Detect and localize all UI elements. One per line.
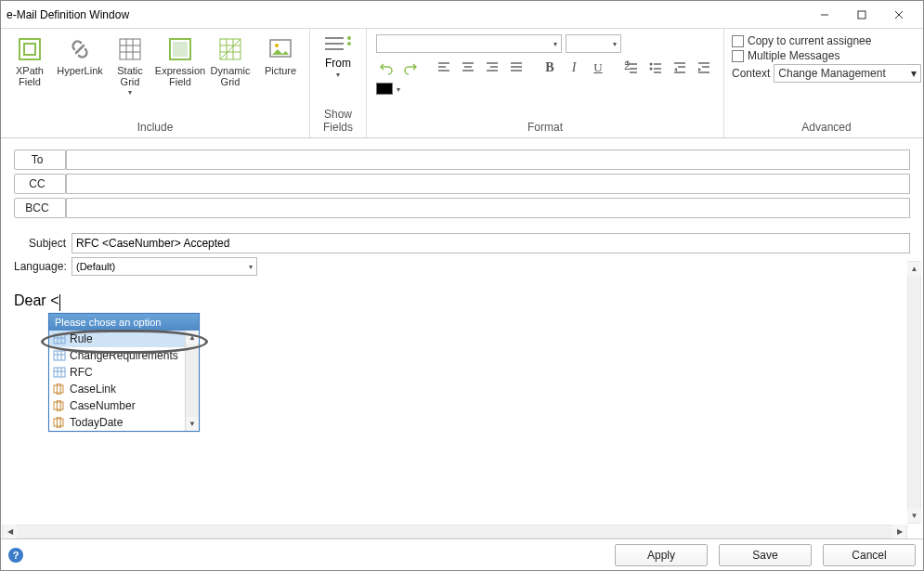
svg-rect-61	[54, 368, 65, 377]
popup-item[interactable]: RFC	[49, 364, 199, 381]
language-combo[interactable]: (Default)▾	[72, 257, 257, 276]
svg-rect-6	[120, 39, 140, 59]
align-justify-button[interactable]	[506, 58, 527, 78]
svg-text:2: 2	[624, 60, 631, 72]
cc-input[interactable]	[66, 174, 910, 194]
context-label: Context	[732, 67, 770, 80]
popup-item[interactable]: []CaseLink	[49, 381, 199, 397]
bcc-input[interactable]	[66, 198, 910, 218]
popup-item-label: TodayDate	[70, 416, 123, 429]
scroll-down-icon[interactable]: ▼	[186, 417, 200, 431]
font-size-combo[interactable]: ▾	[566, 34, 621, 53]
autocomplete-popup: Please chose an option RuleChangeRequire…	[48, 313, 200, 432]
close-button[interactable]	[880, 2, 917, 28]
format-group-label: Format	[367, 119, 723, 137]
cc-button[interactable]: CC	[14, 174, 66, 194]
redo-button[interactable]	[400, 58, 421, 78]
popup-item[interactable]: Rule	[49, 331, 199, 347]
bold-button[interactable]: B	[540, 58, 560, 78]
chevron-down-icon: ▾	[249, 263, 253, 271]
svg-point-42	[650, 63, 653, 66]
copy-to-assignee-checkbox[interactable]: Copy to current assignee	[732, 34, 921, 47]
bullet-list-button[interactable]	[645, 58, 666, 78]
svg-point-24	[347, 42, 351, 45]
grid-icon	[53, 350, 66, 361]
chevron-down-icon: ▾	[128, 88, 132, 97]
include-group-label: Include	[1, 119, 309, 137]
bcc-button[interactable]: BCC	[14, 198, 66, 218]
svg-text:[]: []	[56, 400, 62, 411]
multiple-messages-checkbox[interactable]: Multiple Messages	[732, 49, 921, 62]
svg-rect-1	[858, 11, 865, 19]
align-center-button[interactable]	[458, 58, 478, 78]
grid-icon	[53, 367, 66, 378]
scroll-up-icon[interactable]: ▲	[186, 331, 200, 344]
underline-button[interactable]: U	[588, 58, 608, 78]
chevron-down-icon[interactable]: ▾	[397, 85, 400, 94]
subject-input[interactable]	[72, 233, 910, 253]
xpath-field-button[interactable]: XPath Field	[5, 32, 55, 89]
subject-label: Subject	[14, 237, 72, 250]
apply-button[interactable]: Apply	[615, 544, 708, 566]
svg-rect-53	[54, 334, 65, 344]
horizontal-scrollbar[interactable]: ◀ ▶	[2, 525, 907, 539]
expression-field-button[interactable]: Expression Field	[155, 32, 205, 89]
text-cursor	[59, 294, 60, 311]
tag-icon: []	[53, 417, 66, 428]
svg-text:[]: []	[56, 417, 62, 428]
from-button[interactable]: From ▾	[314, 32, 362, 81]
email-body-editor[interactable]: Dear < Please chose an option RuleChange…	[1, 287, 923, 317]
svg-point-43	[650, 68, 653, 71]
popup-header: Please chose an option	[49, 314, 199, 331]
numbered-list-button[interactable]: 12	[621, 58, 642, 78]
popup-scrollbar[interactable]: ▲▼	[185, 331, 199, 431]
context-combo[interactable]: Change Management▾	[774, 64, 921, 83]
vertical-scrollbar[interactable]: ▲ ▼	[907, 261, 921, 524]
scroll-down-icon[interactable]: ▼	[907, 509, 921, 523]
chevron-down-icon: ▾	[553, 40, 557, 48]
svg-point-19	[275, 44, 279, 47]
to-button[interactable]: To	[14, 149, 66, 170]
window-title: e-Mail Definition Window	[7, 8, 806, 21]
align-left-button[interactable]	[434, 58, 454, 78]
svg-rect-12	[173, 42, 188, 57]
hyperlink-button[interactable]: HyperLink	[55, 32, 105, 78]
chevron-down-icon: ▾	[336, 71, 340, 79]
svg-point-23	[347, 36, 351, 40]
popup-item[interactable]: []CaseNumber	[49, 397, 199, 414]
popup-item[interactable]: []TodayDate	[49, 414, 199, 431]
cancel-button[interactable]: Cancel	[823, 544, 916, 566]
font-combo[interactable]: ▾	[376, 34, 562, 53]
maximize-button[interactable]	[843, 2, 880, 28]
indent-button[interactable]	[694, 58, 714, 78]
popup-item-label: RFC	[70, 366, 93, 379]
scroll-right-icon[interactable]: ▶	[892, 525, 906, 539]
align-right-button[interactable]	[482, 58, 502, 78]
dynamic-grid-button[interactable]: Dynamic Grid	[205, 32, 255, 89]
undo-button[interactable]	[376, 58, 397, 78]
minimize-button[interactable]	[806, 2, 843, 28]
language-label: Language:	[14, 260, 72, 273]
showfields-group-label: Show Fields	[310, 106, 366, 137]
svg-rect-57	[54, 351, 65, 360]
header-fields: To CC BCC Subject Language: (Default)▾	[1, 138, 923, 287]
advanced-group-label: Advanced	[724, 119, 924, 137]
body-text: Dear <	[14, 292, 59, 308]
scroll-up-icon[interactable]: ▲	[907, 262, 921, 276]
svg-rect-5	[24, 44, 35, 55]
static-grid-button[interactable]: Static Grid ▾	[105, 32, 155, 98]
text-color-swatch[interactable]	[376, 83, 393, 95]
save-button[interactable]: Save	[719, 544, 812, 566]
scroll-left-icon[interactable]: ◀	[3, 525, 17, 539]
popup-item-label: Rule	[70, 332, 93, 345]
popup-item[interactable]: ChangeRequirements	[49, 347, 199, 364]
help-icon[interactable]: ?	[8, 548, 23, 563]
ribbon: XPath Field HyperLink Static Grid ▾ Expr…	[1, 29, 923, 138]
svg-rect-4	[20, 39, 40, 59]
to-input[interactable]	[66, 149, 910, 170]
picture-button[interactable]: Picture	[255, 32, 306, 78]
tag-icon: []	[53, 383, 66, 395]
outdent-button[interactable]	[670, 58, 690, 78]
italic-button[interactable]: I	[564, 58, 584, 78]
tag-icon: []	[53, 400, 66, 411]
